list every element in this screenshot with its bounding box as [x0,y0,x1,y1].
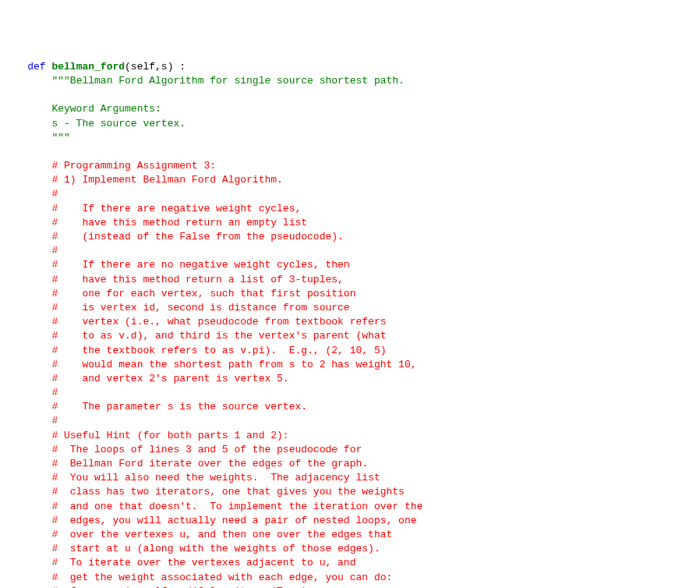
keyword-def: def [27,61,45,73]
comment-line: # 1) Implement Bellman Ford Algorithm. [3,174,283,186]
comment-line: # would mean the shortest path from s to… [3,359,417,370]
docstring-close: """ [3,132,70,143]
comment-line: # start at u (along with the weights of … [3,543,380,554]
comment-line: # class has two iterators, one that give… [3,486,405,498]
comment-line: # over the vertexes u, and then one over… [3,529,392,540]
comment-line: # is vertex id, second is distance from … [3,302,350,313]
comment-line: # and one that doesn't. To implement the… [3,501,422,512]
comment-line: # have this method return a list of 3-tu… [3,274,344,285]
comment-line: # [3,245,58,257]
line-def: def bellman_ford(self,s) : [3,61,186,73]
comment-line: # [3,415,58,427]
docstring-kwargs: Keyword Arguments: [3,103,161,115]
comment-line: # get the weight associated with each ed… [3,572,392,583]
comment-line: # have this method return an empty list [3,217,307,228]
comment-line: # [3,188,58,200]
comment-line: # The parameter s is the source vertex. [3,401,307,413]
comment-line: # [3,387,58,398]
comment-line: # Useful Hint (for both parts 1 and 2): [3,430,289,441]
comment-line: # vertex (i.e., what pseudocode from tex… [3,316,386,328]
comment-line: # Bellman Ford iterate over the edges of… [3,458,368,469]
comment-line: # to as v.d), and third is the vertex's … [3,330,386,342]
comment-line: # (instead of the False from the pseudoc… [3,231,344,243]
comment-line: # and vertex 2's parent is vertex 5. [3,373,289,384]
code-block: def bellman_ford(self,s) : """Bellman Fo… [3,60,697,588]
comment-line: # If there are negative weight cycles, [3,203,301,214]
comment-line: # edges, you will actually need a pair o… [3,515,417,526]
comment-line: # one for each vertex, such that first p… [3,288,355,299]
docstring-open: """Bellman Ford Algorithm for single sou… [3,75,405,87]
comment-line: # Programming Assignment 3: [3,160,216,172]
docstring-param-s: s - The source vertex. [3,118,186,129]
comment-line: # the textbook refers to as v.pi). E.g.,… [3,345,386,356]
function-name: bellman_ford [51,61,125,73]
comment-line: # To iterate over the vertexes adjacent … [3,557,355,569]
comment-line: # The loops of lines 3 and 5 of the pseu… [3,444,362,455]
comment-line: # If there are no negative weight cycles… [3,259,350,271]
comment-line: # You will also need the weights. The ad… [3,472,380,484]
params: (self,s) : [125,61,186,73]
comment-block: # Programming Assignment 3: # 1) Impleme… [3,159,697,588]
